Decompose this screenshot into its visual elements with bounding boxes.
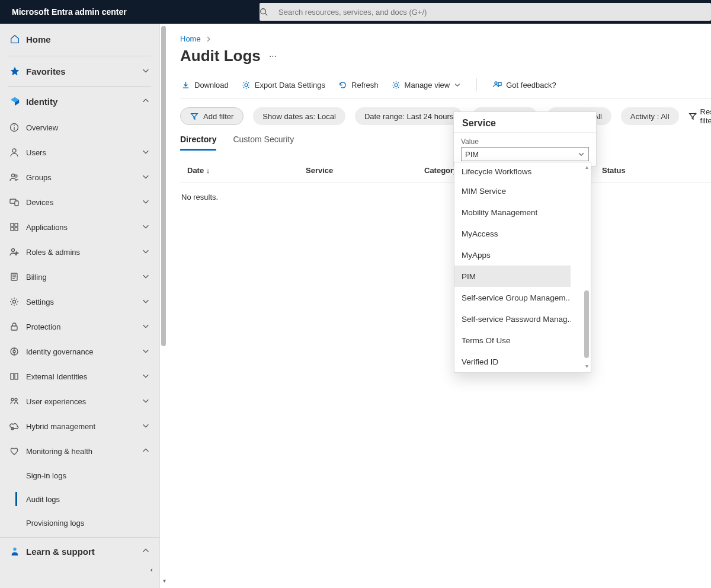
sidebar-item-billing[interactable]: Billing <box>0 264 159 289</box>
breadcrumb-home[interactable]: Home <box>180 34 201 43</box>
dropdown-option[interactable]: Self-service Password Manag... <box>454 308 571 330</box>
dropdown-option[interactable]: Verified ID <box>454 351 571 372</box>
chevron-up-icon <box>142 97 151 106</box>
sidebar-item-label: Groups <box>26 173 142 182</box>
sidebar-item-protection[interactable]: Protection <box>0 314 159 339</box>
filter-clear-icon <box>688 112 697 120</box>
svg-rect-13 <box>15 228 18 231</box>
info-icon <box>9 123 26 132</box>
add-filter-button[interactable]: Add filter <box>180 107 244 125</box>
sort-down-icon: ↓ <box>206 166 210 175</box>
scroll-down-icon[interactable]: ▾ <box>161 577 167 583</box>
sidebar-item-hybrid[interactable]: Hybrid management <box>0 414 159 439</box>
col-service[interactable]: Service <box>306 166 333 175</box>
sidebar-item-userexp[interactable]: User experiences <box>0 389 159 414</box>
scroll-down-icon[interactable]: ▾ <box>582 363 591 371</box>
svg-rect-9 <box>15 201 18 206</box>
sidebar-item-roles[interactable]: Roles & admins <box>0 239 159 264</box>
governance-icon <box>9 347 26 356</box>
refresh-button[interactable]: Refresh <box>338 81 379 90</box>
apps-icon <box>9 222 26 232</box>
identity-icon <box>9 96 26 107</box>
sidebar-identity[interactable]: Identity <box>0 88 159 115</box>
sidebar-sub-audit-logs[interactable]: Audit logs <box>0 487 159 511</box>
search-input[interactable] <box>277 7 711 17</box>
sidebar-item-groups[interactable]: Groups <box>0 165 159 190</box>
dropdown-option[interactable]: PIM <box>454 266 571 287</box>
sidebar-item-monitoring[interactable]: Monitoring & health <box>0 439 159 464</box>
sidebar-item-users[interactable]: Users <box>0 140 159 165</box>
global-search[interactable] <box>260 3 711 21</box>
filter-activity[interactable]: Activity : All <box>621 107 679 125</box>
dropdown-scrollbar[interactable]: ▴ ▾ <box>582 162 591 372</box>
tab-custom-security[interactable]: Custom Security <box>233 135 294 151</box>
svg-point-23 <box>13 350 15 353</box>
chevron-down-icon <box>142 148 151 157</box>
svg-point-5 <box>12 149 16 152</box>
sidebar-item-external[interactable]: External Identities <box>0 364 159 389</box>
sidebar-learn[interactable]: Learn & support <box>0 538 159 565</box>
sidebar-item-overview[interactable]: Overview <box>0 115 159 140</box>
download-icon <box>181 81 190 90</box>
dropdown-option[interactable]: MyApps <box>454 244 571 266</box>
chevron-down-icon <box>142 272 151 282</box>
dropdown-option[interactable]: Self-service Group Managem... <box>454 287 571 308</box>
product-name: Microsoft Entra admin center <box>0 7 260 17</box>
dropdown-option[interactable]: MIM Service <box>454 180 571 202</box>
sidebar-identity-label: Identity <box>26 97 142 107</box>
filter-show-dates[interactable]: Show dates as: Local <box>253 107 345 125</box>
svg-point-28 <box>11 398 14 401</box>
sidebar-sub-signin-logs[interactable]: Sign-in logs <box>0 464 159 487</box>
svg-line-1 <box>265 14 268 16</box>
dropdown-option[interactable]: Lifecycle Workflows <box>454 162 571 180</box>
scrollbar-thumb[interactable] <box>161 26 166 346</box>
command-bar: Download Export Data Settings Refresh Ma… <box>180 75 711 99</box>
filter-pill-label: Show dates as: Local <box>262 112 336 121</box>
health-icon <box>9 446 26 456</box>
download-button[interactable]: Download <box>181 81 229 90</box>
sidebar-item-applications[interactable]: Applications <box>0 215 159 239</box>
filter-date-range[interactable]: Date range: Last 24 hours <box>355 107 463 125</box>
col-date[interactable]: Date <box>187 166 204 175</box>
sidebar-home[interactable]: Home <box>0 24 159 55</box>
reset-filters-button[interactable]: Reset filters <box>688 107 711 125</box>
sidebar-scrollbar[interactable]: ▴ ▾ <box>161 25 167 582</box>
chevron-up-icon <box>142 547 151 556</box>
scrollbar-thumb[interactable] <box>584 290 589 358</box>
svg-point-20 <box>13 301 16 303</box>
learn-icon <box>9 546 26 557</box>
chevron-down-icon <box>142 172 151 182</box>
col-status[interactable]: Status <box>602 166 626 175</box>
col-category[interactable]: Category <box>424 166 457 175</box>
collapse-sidebar-button[interactable]: ‹‹ <box>0 565 159 579</box>
sidebar-item-governance[interactable]: Identity governance <box>0 339 159 364</box>
gear-icon <box>9 297 26 306</box>
service-combobox-value: PIM <box>465 150 479 159</box>
feedback-button[interactable]: Got feedback? <box>492 80 556 90</box>
chevron-down-icon <box>142 347 151 356</box>
svg-rect-21 <box>11 326 17 330</box>
dropdown-option[interactable]: Terms Of Use <box>454 330 571 351</box>
sidebar-sub-provisioning-logs[interactable]: Provisioning logs <box>0 511 159 535</box>
sidebar-item-devices[interactable]: Devices <box>0 190 159 215</box>
export-button[interactable]: Export Data Settings <box>242 81 325 90</box>
tab-directory[interactable]: Directory <box>180 135 216 151</box>
no-results-text: No results. <box>180 183 711 211</box>
svg-point-31 <box>13 548 16 551</box>
scroll-up-icon[interactable]: ▴ <box>582 164 591 172</box>
divider <box>8 56 151 56</box>
chevron-down-icon <box>142 297 151 306</box>
sidebar-item-label: Protection <box>26 322 142 331</box>
gear-icon <box>392 81 401 90</box>
sidebar-favorites[interactable]: Favorites <box>0 57 159 85</box>
more-icon[interactable]: ⋯ <box>269 52 278 60</box>
sidebar-item-label: Roles & admins <box>26 248 142 257</box>
sidebar-item-settings[interactable]: Settings <box>0 289 159 314</box>
refresh-label: Refresh <box>351 81 379 90</box>
home-icon <box>9 34 26 44</box>
sidebar-item-label: Sign-in logs <box>26 471 151 480</box>
dropdown-option[interactable]: MyAccess <box>454 223 571 244</box>
dropdown-option[interactable]: Mobility Management <box>454 202 571 223</box>
service-combobox[interactable]: PIM <box>461 147 589 161</box>
manage-view-button[interactable]: Manage view <box>392 81 462 90</box>
